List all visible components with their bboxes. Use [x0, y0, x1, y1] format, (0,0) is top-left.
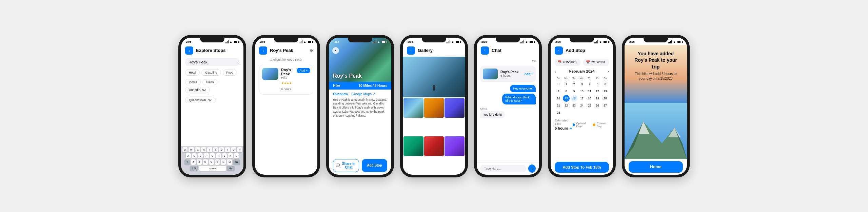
chat-input[interactable]: [480, 165, 526, 172]
key-y[interactable]: Y: [213, 147, 218, 152]
cal-day-9[interactable]: 9: [571, 88, 577, 95]
add-stop-button-3[interactable]: Add Stop: [362, 159, 387, 172]
back-button-2[interactable]: ‹: [259, 46, 267, 55]
cal-day-25[interactable]: 25: [586, 102, 593, 109]
key-h[interactable]: H: [216, 153, 221, 158]
tag-dunedin[interactable]: Dunedin, NZ: [185, 87, 210, 93]
cal-day-1[interactable]: 1: [563, 81, 570, 88]
key-d[interactable]: D: [198, 153, 203, 158]
cal-day-24[interactable]: 24: [578, 102, 585, 109]
hero-back-btn[interactable]: ‹: [332, 47, 339, 54]
add-button-2[interactable]: Add +: [297, 68, 310, 73]
cal-day-5[interactable]: 5: [594, 81, 601, 88]
key-k[interactable]: K: [228, 153, 233, 158]
tag-hikes[interactable]: Hikes: [202, 79, 218, 85]
hike-type: Hike: [333, 84, 340, 88]
cal-day-17[interactable]: 17: [578, 95, 585, 102]
cal-day-20[interactable]: 20: [602, 95, 609, 102]
gallery-thumb-3[interactable]: [445, 98, 465, 118]
tag-queenstown[interactable]: Queenstown, NZ: [185, 97, 216, 103]
filter-icon[interactable]: ⚙: [310, 48, 313, 53]
cal-day-6[interactable]: 6: [602, 81, 609, 88]
key-l[interactable]: L: [234, 153, 239, 158]
cal-day-3[interactable]: 3: [578, 81, 585, 88]
key-t[interactable]: T: [207, 147, 212, 152]
cal-day-2[interactable]: 2: [571, 81, 577, 88]
cal-day-26[interactable]: 26: [594, 102, 601, 109]
key-n[interactable]: N: [221, 159, 226, 165]
overview-link[interactable]: Overview: [333, 92, 348, 96]
cal-day-16[interactable]: 16: [571, 95, 577, 102]
key-f[interactable]: F: [204, 153, 209, 158]
key-q[interactable]: Q: [182, 147, 188, 152]
cal-day-4[interactable]: 4: [586, 81, 593, 88]
status-icons-4: ▲: [447, 40, 460, 43]
key-m[interactable]: M: [227, 159, 232, 165]
chat-add-button[interactable]: Add +: [525, 72, 533, 76]
key-s[interactable]: S: [192, 153, 197, 158]
tag-hotel[interactable]: Hotel: [185, 70, 200, 76]
gallery-thumb-5[interactable]: [424, 136, 444, 156]
key-b[interactable]: B: [215, 159, 220, 165]
key-z[interactable]: Z: [191, 159, 196, 165]
back-button-4[interactable]: ‹: [407, 46, 415, 55]
plus-button[interactable]: +: [570, 126, 572, 131]
gallery-thumb-2[interactable]: [424, 98, 444, 118]
cal-day-13[interactable]: 13: [602, 88, 609, 95]
status-time-7: 2:05: [629, 40, 635, 43]
key-i[interactable]: I: [225, 147, 230, 152]
tag-gasoline[interactable]: Gasoline: [201, 70, 221, 76]
key-123[interactable]: 123: [190, 166, 198, 171]
key-backspace[interactable]: ⌫: [233, 159, 240, 165]
back-button-6[interactable]: ‹: [555, 46, 563, 55]
cal-day-19[interactable]: 19: [594, 95, 601, 102]
key-r[interactable]: R: [201, 147, 206, 152]
cal-day-10[interactable]: 10: [578, 88, 585, 95]
key-shift[interactable]: ⇧: [184, 159, 190, 165]
key-go[interactable]: Go: [227, 166, 234, 171]
cal-day-21[interactable]: 21: [555, 102, 562, 109]
from-date-field[interactable]: 📅 2/15/2023: [555, 59, 580, 66]
cal-day-23[interactable]: 23: [571, 102, 577, 109]
cal-day-15[interactable]: 15: [563, 95, 570, 102]
home-button[interactable]: Home: [629, 161, 683, 173]
key-g[interactable]: G: [210, 153, 215, 158]
key-c[interactable]: C: [203, 159, 208, 165]
cal-next-arrow[interactable]: ›: [607, 69, 609, 74]
key-w[interactable]: W: [189, 147, 194, 152]
back-button-5[interactable]: ‹: [481, 46, 489, 55]
key-u[interactable]: U: [219, 147, 224, 152]
to-date-field[interactable]: 📅 2/15/2023: [583, 59, 609, 66]
key-v[interactable]: V: [209, 159, 214, 165]
search-input-1[interactable]: [189, 60, 235, 64]
gallery-thumb-4[interactable]: [403, 136, 423, 156]
cal-day-8[interactable]: 8: [563, 88, 570, 95]
send-button[interactable]: ›: [528, 165, 536, 173]
back-button-1[interactable]: ‹: [185, 46, 193, 55]
cal-day-11[interactable]: 11: [586, 88, 593, 95]
key-o[interactable]: O: [231, 147, 236, 152]
add-stop-action-button[interactable]: Add Stop To Feb 15th: [555, 162, 609, 173]
key-e[interactable]: E: [195, 147, 200, 152]
tag-food[interactable]: Food: [223, 70, 237, 76]
cal-day-18[interactable]: 18: [586, 95, 593, 102]
key-a[interactable]: A: [186, 153, 191, 158]
key-space[interactable]: space: [199, 166, 226, 171]
gmaps-link[interactable]: Google Maps ↗: [351, 92, 375, 96]
gallery-thumb-6[interactable]: [445, 136, 465, 156]
cal-day-14[interactable]: 14: [555, 95, 562, 102]
cal-day-27[interactable]: 27: [602, 102, 609, 109]
search-bar-1[interactable]: ⌕: [185, 58, 239, 66]
key-p[interactable]: P: [237, 147, 242, 152]
tag-views[interactable]: Views: [185, 79, 201, 85]
cal-day-28[interactable]: 28: [555, 109, 562, 116]
cal-day-22[interactable]: 22: [563, 102, 570, 109]
result-label-2: 1 Result for Roy's Peak: [255, 58, 317, 61]
cal-day-7[interactable]: 7: [555, 88, 562, 95]
share-in-chat-button[interactable]: 💬 Share In Chat: [333, 159, 359, 172]
cal-day-12[interactable]: 12: [594, 88, 601, 95]
key-x[interactable]: X: [197, 159, 202, 165]
cal-prev-arrow[interactable]: ‹: [555, 69, 556, 74]
gallery-thumb-1[interactable]: [403, 98, 423, 118]
key-j[interactable]: J: [222, 153, 227, 158]
